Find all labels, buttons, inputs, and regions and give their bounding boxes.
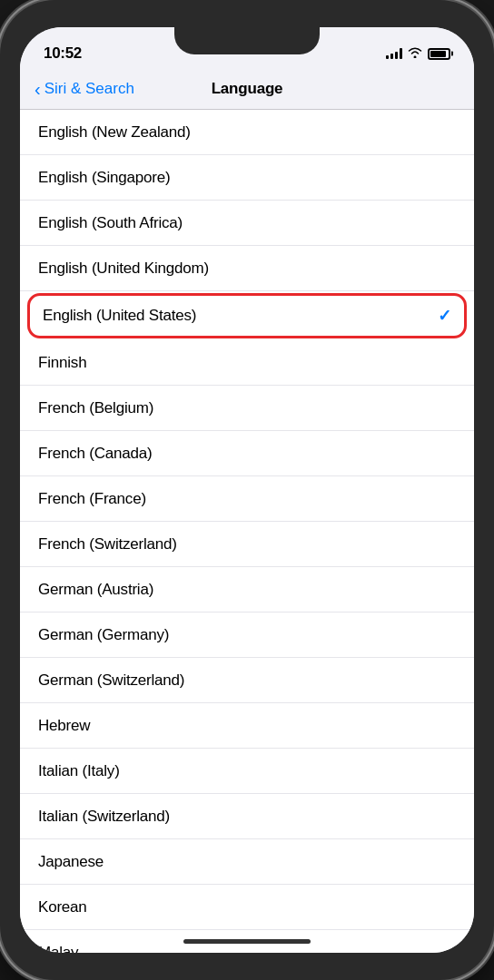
language-label: Japanese	[38, 853, 104, 871]
language-label: German (Switzerland)	[38, 671, 184, 690]
language-label: German (Austria)	[38, 581, 153, 599]
language-label: French (Belgium)	[38, 399, 153, 417]
battery-icon	[428, 48, 450, 60]
status-time: 10:52	[44, 44, 82, 63]
list-item[interactable]: German (Austria)	[20, 567, 474, 612]
language-label: Finnish	[38, 354, 86, 372]
wifi-icon	[408, 46, 422, 61]
list-item[interactable]: Korean	[20, 885, 474, 930]
language-label: Korean	[38, 898, 87, 916]
list-item[interactable]: Italian (Switzerland)	[20, 794, 474, 839]
language-label: English (New Zealand)	[38, 123, 191, 142]
list-item[interactable]: Finnish	[20, 340, 474, 386]
language-label: Italian (Italy)	[38, 762, 120, 780]
list-item[interactable]: Italian (Italy)	[20, 749, 474, 794]
language-label: English (United States)	[43, 307, 196, 325]
back-label: Siri & Search	[44, 80, 134, 98]
language-label: Hebrew	[38, 717, 90, 735]
home-indicator	[183, 939, 311, 944]
back-chevron-icon: ‹	[35, 80, 41, 98]
list-item[interactable]: French (Canada)	[20, 431, 474, 476]
list-item[interactable]: English (United Kingdom)	[20, 246, 474, 291]
language-label: English (Singapore)	[38, 169, 171, 187]
language-list-section: English (New Zealand)English (Singapore)…	[20, 110, 474, 953]
list-item[interactable]: French (Belgium)	[20, 386, 474, 431]
list-item[interactable]: French (France)	[20, 476, 474, 522]
language-list-scroll[interactable]: English (New Zealand)English (Singapore)…	[20, 110, 474, 953]
list-item[interactable]: German (Germany)	[20, 612, 474, 658]
language-label: French (France)	[38, 490, 146, 508]
list-item[interactable]: French (Switzerland)	[20, 522, 474, 567]
screen: 10:52 ‹ Si	[20, 27, 474, 953]
list-item[interactable]: English (United States)✓	[27, 293, 467, 338]
list-item[interactable]: Japanese	[20, 839, 474, 885]
notch	[174, 27, 320, 54]
language-label: Malay	[38, 944, 78, 953]
language-label: English (United Kingdom)	[38, 260, 209, 278]
language-list-container: English (New Zealand)English (Singapore)…	[20, 110, 474, 953]
checkmark-icon: ✓	[438, 306, 451, 326]
signal-icon	[386, 48, 402, 59]
status-icons	[386, 46, 450, 61]
list-item[interactable]: English (Singapore)	[20, 155, 474, 201]
back-button[interactable]: ‹ Siri & Search	[35, 80, 134, 98]
list-item[interactable]: German (Switzerland)	[20, 658, 474, 703]
language-label: French (Switzerland)	[38, 535, 177, 554]
page-title: Language	[212, 80, 283, 98]
language-label: Italian (Switzerland)	[38, 808, 170, 826]
list-item[interactable]: English (South Africa)	[20, 201, 474, 246]
language-label: French (Canada)	[38, 445, 153, 463]
language-label: English (South Africa)	[38, 214, 183, 232]
list-item[interactable]: Hebrew	[20, 703, 474, 749]
language-label: German (Germany)	[38, 626, 169, 644]
phone-shell: 10:52 ‹ Si	[0, 0, 494, 980]
list-item[interactable]: English (New Zealand)	[20, 110, 474, 155]
nav-bar: ‹ Siri & Search Language	[20, 73, 474, 110]
